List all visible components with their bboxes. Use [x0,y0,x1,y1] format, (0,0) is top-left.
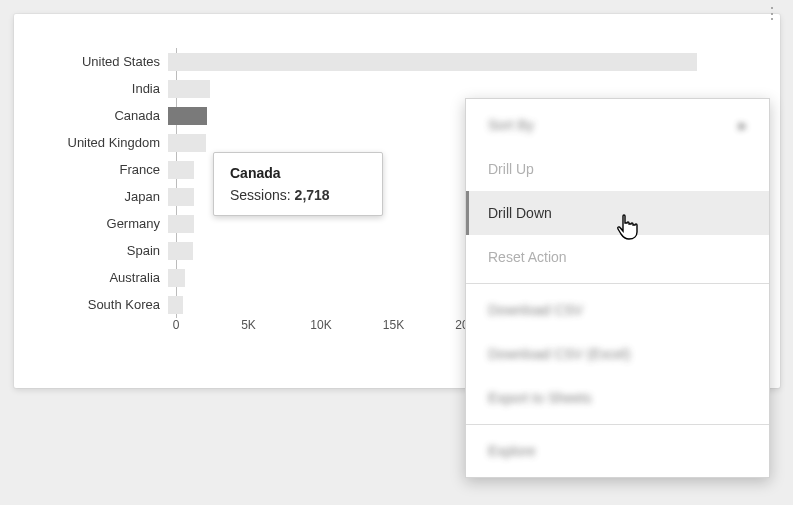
tooltip-row: Sessions: 2,718 [230,187,366,203]
menu-item-label: Drill Down [488,205,552,221]
card-options-icon[interactable]: ⋮ [762,4,782,24]
x-tick-label: 5K [241,318,256,332]
bar-label: Germany [36,216,168,231]
tooltip: Canada Sessions: 2,718 [213,152,383,216]
menu-item-label: Reset Action [488,249,567,265]
bar-label: France [36,162,168,177]
menu-item-label: Download CSV [488,302,583,318]
tooltip-metric-label: Sessions: [230,187,291,203]
menu-item-label: Explore [488,443,535,459]
menu-item-label: Export to Sheets [488,390,592,406]
bar-label: United States [36,54,168,69]
bar[interactable] [168,215,194,233]
menu-item-reset-action: Reset Action [466,235,769,279]
menu-item-download-csv-excel-[interactable]: Download CSV (Excel) [466,332,769,376]
bar[interactable] [168,242,193,260]
bar[interactable] [168,188,194,206]
menu-item-drill-up: Drill Up [466,147,769,191]
bar[interactable] [168,107,207,125]
menu-item-label: Sort By [488,117,534,133]
bar[interactable] [168,161,194,179]
bar[interactable] [168,269,185,287]
bar[interactable] [168,80,210,98]
menu-separator [466,283,769,284]
bar-label: United Kingdom [36,135,168,150]
bar-track [168,80,756,98]
menu-item-download-csv[interactable]: Download CSV [466,288,769,332]
menu-separator [466,424,769,425]
bar-row[interactable]: United States [36,48,756,75]
menu-item-label: Drill Up [488,161,534,177]
menu-item-label: Download CSV (Excel) [488,346,630,362]
bar-label: Japan [36,189,168,204]
bar-label: India [36,81,168,96]
tooltip-value: 2,718 [295,187,330,203]
menu-item-drill-down[interactable]: Drill Down [466,191,769,235]
bar[interactable] [168,296,183,314]
tooltip-title: Canada [230,165,366,181]
bar-label: Australia [36,270,168,285]
bar-label: South Korea [36,297,168,312]
bar[interactable] [168,53,697,71]
x-tick-label: 10K [310,318,331,332]
menu-item-explore[interactable]: Explore [466,429,769,473]
menu-item-sort-by[interactable]: Sort By▶ [466,103,769,147]
bar-label: Spain [36,243,168,258]
x-tick-label: 0 [173,318,180,332]
context-menu[interactable]: Sort By▶Drill UpDrill DownReset ActionDo… [465,98,770,478]
chevron-right-icon: ▶ [739,120,747,131]
bar-label: Canada [36,108,168,123]
bar-track [168,53,756,71]
menu-item-export-to-sheets[interactable]: Export to Sheets [466,376,769,420]
bar[interactable] [168,134,206,152]
x-tick-label: 15K [383,318,404,332]
